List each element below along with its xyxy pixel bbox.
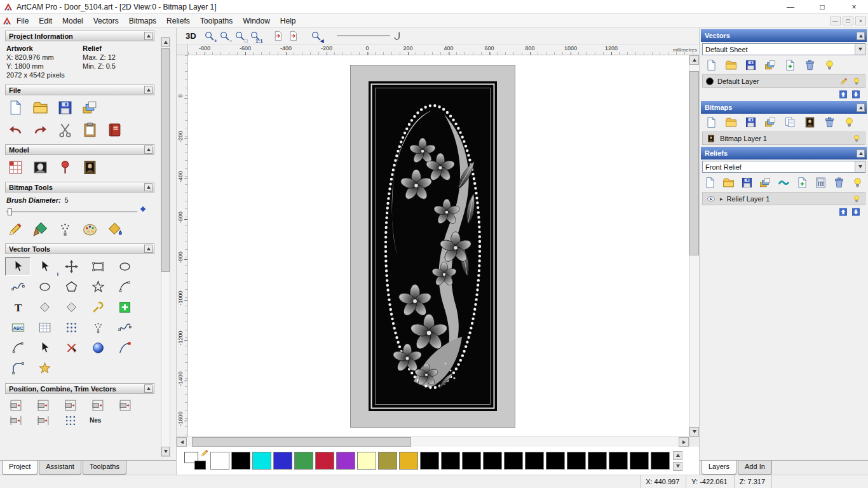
child-minimize-button[interactable]: — xyxy=(830,17,841,25)
menu-toolpaths[interactable]: Toolpaths xyxy=(195,15,238,27)
fit-curve-icon[interactable] xyxy=(112,318,137,337)
set-model-size-icon[interactable] xyxy=(6,159,25,176)
offset-vectors-icon[interactable] xyxy=(58,298,84,316)
palette-swatch-0[interactable] xyxy=(210,452,229,470)
collapse-icon[interactable] xyxy=(857,32,865,40)
select-vectors-icon[interactable] xyxy=(5,257,31,276)
primary-secondary-colour-swatch[interactable] xyxy=(184,452,207,470)
palette-scroll-down-button[interactable] xyxy=(673,462,682,471)
scroll-down-button[interactable] xyxy=(689,427,699,437)
collapse-icon[interactable] xyxy=(144,146,153,154)
layer-colour-swatch[interactable] xyxy=(706,78,714,85)
text-on-curve-icon[interactable] xyxy=(5,318,31,337)
undo-icon[interactable] xyxy=(6,121,25,139)
menu-reliefs[interactable]: Reliefs xyxy=(161,15,195,27)
delete-relief-icon[interactable] xyxy=(832,176,845,189)
vector-layer-row[interactable]: Default Layer xyxy=(702,74,865,88)
relief-calculate-icon[interactable] xyxy=(814,176,827,189)
delete-layer-icon[interactable] xyxy=(803,58,817,72)
menu-edit[interactable]: Edit xyxy=(34,15,57,27)
open-vectors-icon[interactable] xyxy=(724,58,738,72)
align-vertical-icon[interactable] xyxy=(35,416,51,425)
zoom-in-icon[interactable]: + xyxy=(203,29,216,43)
move-layer-down-icon[interactable] xyxy=(851,207,860,216)
new-model-icon[interactable] xyxy=(6,99,25,116)
layer-visibility-icon[interactable] xyxy=(851,76,862,86)
move-layer-up-icon[interactable] xyxy=(838,207,848,216)
vectors-header[interactable]: Vectors xyxy=(701,29,867,42)
palette-swatch-3[interactable] xyxy=(273,452,292,470)
paint-icon[interactable] xyxy=(6,220,25,238)
create-star-icon[interactable] xyxy=(85,278,111,296)
scroll-right-button[interactable] xyxy=(679,437,689,447)
dropdown-arrow-icon[interactable] xyxy=(855,44,865,55)
paste-along-curve-icon[interactable] xyxy=(85,318,111,337)
slider-handle[interactable] xyxy=(8,208,12,215)
palette-swatch-8[interactable] xyxy=(378,452,397,470)
create-circle-icon[interactable] xyxy=(112,257,137,276)
minimize-button[interactable]: — xyxy=(776,0,804,13)
wrap-star-icon[interactable] xyxy=(32,359,57,377)
redo-icon[interactable] xyxy=(31,121,50,139)
align-horizontal-icon[interactable] xyxy=(8,416,24,425)
scrollbar-thumb[interactable] xyxy=(689,71,699,255)
relief-visibility-icon[interactable] xyxy=(851,176,864,189)
tab-project[interactable]: Project xyxy=(2,461,37,475)
save-model-icon[interactable] xyxy=(56,99,74,116)
align-bottom-icon[interactable] xyxy=(90,398,106,413)
collapse-icon[interactable] xyxy=(857,149,865,158)
move-layer-up-icon[interactable] xyxy=(838,90,848,98)
paint-selective-icon[interactable] xyxy=(31,220,50,238)
relief-layer-icon[interactable] xyxy=(706,194,716,204)
import-vectors-icon[interactable] xyxy=(763,58,777,72)
bitmap-tools-header[interactable]: Bitmap Tools xyxy=(5,182,154,193)
new-sheet-icon[interactable] xyxy=(783,58,797,72)
block-copy-icon[interactable] xyxy=(32,318,57,337)
add-relief-icon[interactable] xyxy=(56,159,74,176)
create-arc-icon[interactable] xyxy=(112,278,137,296)
palette-swatch-16[interactable] xyxy=(546,452,565,470)
tab-assistant[interactable]: Assistant xyxy=(39,461,81,475)
menu-window[interactable]: Window xyxy=(238,15,275,27)
palette-swatch-17[interactable] xyxy=(567,452,586,470)
new-layer-icon[interactable] xyxy=(822,58,836,72)
trim-tool-icon[interactable] xyxy=(85,298,111,316)
collapse-icon[interactable] xyxy=(144,86,153,94)
tab-layers[interactable]: Layers xyxy=(702,461,736,475)
open-relief-icon[interactable] xyxy=(722,176,735,189)
scrollbar-thumb[interactable] xyxy=(161,48,170,272)
scrollbar-track[interactable] xyxy=(689,65,699,427)
import-model-icon[interactable] xyxy=(81,99,99,116)
vector-direction-icon[interactable] xyxy=(32,339,57,357)
colour-palette-icon[interactable] xyxy=(81,220,99,238)
zoom-100-icon[interactable]: 1:1 xyxy=(248,29,262,43)
palette-swatch-2[interactable] xyxy=(252,452,271,470)
previous-bitmap-icon[interactable] xyxy=(271,29,285,43)
palette-swatch-21[interactable] xyxy=(651,452,670,470)
collapse-icon[interactable] xyxy=(144,245,153,253)
palette-swatch-4[interactable] xyxy=(294,452,313,470)
ruler-unit-selector[interactable]: millimetres xyxy=(673,47,697,53)
file-section-header[interactable]: File xyxy=(5,85,154,95)
bitmap-layer-row[interactable]: Bitmap Layer 1 xyxy=(702,132,865,145)
create-rectangle-icon[interactable] xyxy=(85,257,111,276)
palette-swatch-11[interactable] xyxy=(441,452,460,470)
view-3d-button[interactable]: 3D xyxy=(182,30,200,41)
edit-layer-icon[interactable] xyxy=(839,76,849,86)
import-relief-icon[interactable] xyxy=(759,176,772,189)
menu-file[interactable]: File xyxy=(11,15,34,27)
paste-icon[interactable] xyxy=(81,121,99,139)
vector-tools-header[interactable]: Vector Tools xyxy=(5,243,154,254)
open-bitmap-icon[interactable] xyxy=(724,116,738,129)
collapse-icon[interactable] xyxy=(144,183,153,191)
palette-scroll-up-button[interactable] xyxy=(673,451,682,460)
new-vector-icon[interactable] xyxy=(704,58,718,72)
collapse-icon[interactable] xyxy=(144,32,153,40)
slice-vectors-icon[interactable] xyxy=(58,339,84,357)
copy-bitmap-icon[interactable] xyxy=(783,116,797,129)
menu-model[interactable]: Model xyxy=(57,15,88,27)
scrollbar-track[interactable] xyxy=(187,437,679,447)
palette-swatch-9[interactable] xyxy=(399,452,418,470)
close-button[interactable]: × xyxy=(840,0,868,13)
child-close-button[interactable]: × xyxy=(855,17,866,25)
